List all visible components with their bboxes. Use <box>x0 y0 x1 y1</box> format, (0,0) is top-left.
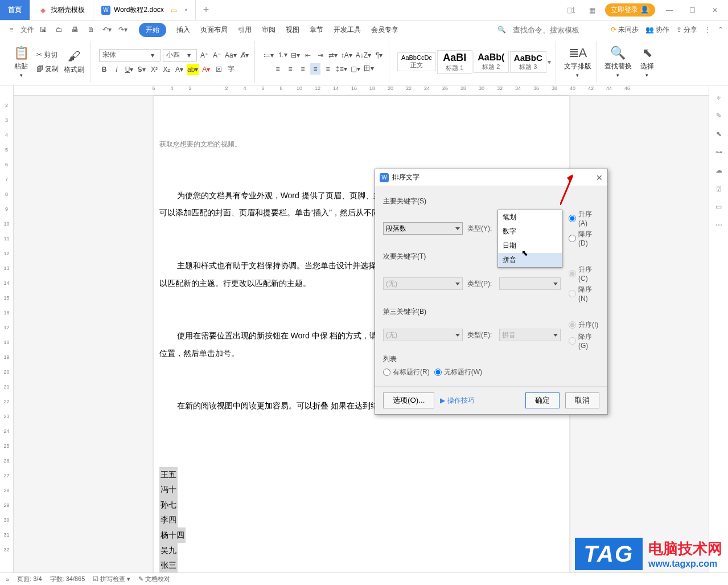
bold-icon[interactable]: B <box>99 64 109 75</box>
sidepanel-pen-icon[interactable]: ✎ <box>716 112 722 120</box>
style-h2[interactable]: AaBb(标题 2 <box>474 51 509 73</box>
close-button[interactable]: ✕ <box>706 2 723 19</box>
print-preview-icon[interactable]: 🗎 <box>84 23 98 36</box>
desc-d-radio[interactable]: 降序(D) <box>569 230 599 247</box>
sidepanel-help-icon[interactable]: ⍰ <box>717 185 721 193</box>
shrink-font-icon[interactable]: A⁻ <box>212 50 222 61</box>
tab-layout[interactable]: 页面布局 <box>200 25 228 35</box>
collapse-ribbon-icon[interactable]: ⌃ <box>718 26 723 34</box>
borders-icon[interactable]: 田▾ <box>363 63 375 75</box>
status-spellcheck[interactable]: ☑ 拼写检查 ▾ <box>93 575 130 583</box>
bullets-icon[interactable]: ≔▾ <box>263 50 274 61</box>
phonetic-icon[interactable]: 字 <box>226 64 236 75</box>
hamburger-icon[interactable]: ≡ <box>5 23 18 36</box>
list-item[interactable]: 李四 <box>159 512 178 527</box>
save-icon[interactable]: 🖫 <box>36 23 50 36</box>
char-shading-icon[interactable]: ☒ <box>213 64 224 75</box>
list-item[interactable]: 杨十四 <box>159 527 186 543</box>
secondary-key-select[interactable]: (无) <box>383 277 463 290</box>
format-painter-button[interactable]: 🖌格式刷 <box>62 49 86 75</box>
tips-link[interactable]: ▶操作技巧 <box>440 396 475 406</box>
cancel-button[interactable]: 取消 <box>565 392 599 408</box>
has-header-radio[interactable]: 有标题行(R) <box>383 367 430 377</box>
numbering-icon[interactable]: ⒈▾ <box>277 50 288 61</box>
text-layout-button[interactable]: ≣A文字排版▾ <box>564 46 591 78</box>
font-family-select[interactable]: 宋体▾ <box>99 49 161 62</box>
coop-button[interactable]: 👥协作 <box>645 25 669 35</box>
asc-a-radio[interactable]: 升序(A) <box>569 210 599 227</box>
tab-dev[interactable]: 开发工具 <box>334 25 361 35</box>
paste-button[interactable]: 📋粘贴▾ <box>9 46 33 78</box>
highlight-icon[interactable]: ab▾ <box>187 64 199 75</box>
sidepanel-pointer-icon[interactable]: ⬉ <box>716 130 722 138</box>
subscript-icon[interactable]: X₂ <box>162 64 172 75</box>
align-center-icon[interactable]: ≡ <box>285 63 295 75</box>
style-h1[interactable]: AaBl标题 1 <box>437 50 472 74</box>
maximize-button[interactable]: ☐ <box>684 2 701 19</box>
share-button[interactable]: ⇪分享 <box>676 25 697 35</box>
font-size-select[interactable]: 小四▾ <box>163 49 197 62</box>
list-item[interactable]: 冯十 <box>159 482 178 497</box>
dropdown-item[interactable]: 拼音 <box>498 253 562 267</box>
change-case-icon[interactable]: Aa▾ <box>224 50 237 61</box>
menu-file[interactable]: 文件 <box>20 23 34 36</box>
tab-document[interactable]: W Word教程2.docx ▭ • <box>93 0 196 20</box>
dropdown-item[interactable]: 笔划 <box>498 210 562 224</box>
login-button[interactable]: 立即登录 👤 <box>605 3 655 17</box>
minimize-button[interactable]: — <box>661 2 678 19</box>
underline-icon[interactable]: U▾ <box>124 64 134 75</box>
align-distribute-icon[interactable]: ≡ <box>323 63 333 75</box>
print-icon[interactable]: 🖶 <box>68 23 82 36</box>
more-icon[interactable]: ⋮ <box>704 26 711 34</box>
find-replace-button[interactable]: 🔍查找替换▾ <box>604 46 632 78</box>
apps-icon[interactable]: ▦ <box>585 3 599 18</box>
tab-templates[interactable]: ◆ 找稻壳模板 <box>30 0 93 20</box>
tab-add-button[interactable]: + <box>196 0 216 20</box>
dropdown-item[interactable]: 数字 <box>498 224 562 239</box>
tab-review[interactable]: 审阅 <box>262 25 275 35</box>
command-search-input[interactable] <box>513 26 604 34</box>
sidepanel-cloud-icon[interactable]: ☁ <box>715 166 722 174</box>
expand-icon[interactable]: » <box>6 576 9 583</box>
increase-indent-icon[interactable]: ⇥ <box>315 50 326 61</box>
text-direction-icon[interactable]: ↕A▾ <box>340 50 353 61</box>
no-header-radio[interactable]: 无标题行(W) <box>434 367 482 377</box>
select-button[interactable]: ⬉选择▾ <box>635 46 659 78</box>
status-proof[interactable]: ✎ 文档校对 <box>138 575 170 583</box>
text-effect-icon[interactable]: A▾ <box>174 64 184 75</box>
toolbox-icon[interactable]: ⎕1 <box>564 3 579 18</box>
sidepanel-screen-icon[interactable]: ▭ <box>715 203 722 211</box>
undo-icon[interactable]: ↶▾ <box>100 23 114 36</box>
list-item[interactable]: 孙七 <box>159 497 178 513</box>
cut-button[interactable]: ✂剪切 <box>36 48 59 61</box>
sidepanel-more-icon[interactable]: ⋯ <box>715 221 722 229</box>
save-as-icon[interactable]: 🗀 <box>52 23 66 36</box>
copy-button[interactable]: 🗐复制 <box>36 63 59 75</box>
primary-key-select[interactable]: 段落数 <box>383 222 463 235</box>
tab-close-icon[interactable]: • <box>185 6 187 14</box>
list-item[interactable]: 张三 <box>159 558 178 572</box>
tab-home[interactable]: 首页 <box>0 0 30 20</box>
sidepanel-ai-icon[interactable]: ⟐ <box>717 93 721 101</box>
tab-start[interactable]: 开始 <box>139 23 166 37</box>
tab-reference[interactable]: 引用 <box>238 25 252 35</box>
redo-icon[interactable]: ↷▾ <box>116 23 130 36</box>
shading-icon[interactable]: ▢▾ <box>350 63 361 75</box>
name-list[interactable]: 王五冯十孙七李四杨十四吴九张三陈一周八郑二赵六钱三蒋十二韩十三褚十一 <box>159 467 564 572</box>
style-h3[interactable]: AaBbC标题 3 <box>510 51 546 73</box>
strike-icon[interactable]: S̶▾ <box>137 64 147 75</box>
align-right-icon[interactable]: ≡ <box>298 63 308 75</box>
show-marks-icon[interactable]: ¶▾ <box>374 50 384 61</box>
superscript-icon[interactable]: X² <box>149 64 159 75</box>
tab-member[interactable]: 会员专享 <box>371 25 398 35</box>
tab-view[interactable]: 视图 <box>286 25 299 35</box>
list-item[interactable]: 王五 <box>159 467 178 482</box>
clear-format-icon[interactable]: A̸▾ <box>240 50 250 61</box>
options-button[interactable]: 选项(O)... <box>383 392 434 408</box>
dialog-close-button[interactable]: ✕ <box>596 173 603 182</box>
dropdown-item[interactable]: 日期 <box>498 239 562 253</box>
tab-insert[interactable]: 插入 <box>176 25 190 35</box>
tab-settings-icon[interactable]: ⇄▾ <box>328 50 338 61</box>
list-item[interactable]: 吴九 <box>159 543 178 558</box>
line-spacing-icon[interactable]: ‡≡▾ <box>335 63 348 75</box>
